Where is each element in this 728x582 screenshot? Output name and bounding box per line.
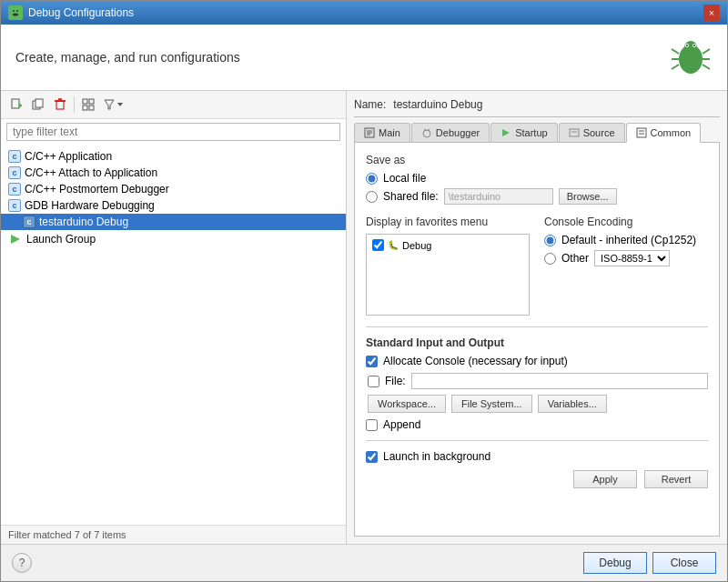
tree-item-testarduino[interactable]: c testarduino Debug (1, 214, 346, 230)
svg-rect-39 (570, 129, 579, 136)
section-divider (366, 326, 708, 327)
tab-common-label: Common (651, 127, 692, 138)
help-button[interactable]: ? (12, 553, 32, 573)
launch-bg-checkbox[interactable] (366, 451, 378, 463)
file-label: File: (385, 375, 406, 387)
favorites-debug-checkbox[interactable] (372, 239, 384, 251)
revert-button[interactable]: Revert (644, 470, 708, 488)
filter-dropdown-button[interactable] (100, 96, 126, 113)
svg-marker-38 (502, 129, 510, 136)
c-icon: c (8, 150, 21, 163)
duplicate-config-button[interactable] (28, 95, 48, 115)
append-row: Append (366, 418, 708, 431)
shared-file-label: Shared file: (383, 190, 439, 203)
favorites-debug-label: Debug (402, 240, 431, 251)
tab-debugger[interactable]: Debugger (411, 123, 490, 142)
collapse-all-button[interactable] (78, 95, 98, 115)
file-input[interactable] (411, 373, 708, 389)
svg-point-36 (424, 129, 426, 131)
tree-item-gdb-hw[interactable]: c GDB Hardware Debugging (1, 197, 346, 214)
filter-input[interactable] (6, 123, 340, 141)
local-file-row: Local file (366, 172, 708, 185)
file-system-button[interactable]: File System... (451, 395, 532, 413)
tree-item-cpp-attach[interactable]: c C/C++ Attach to Application (1, 165, 346, 181)
apply-button[interactable]: Apply (573, 470, 637, 488)
favorites-list: 🐛 Debug (366, 234, 530, 316)
new-config-button[interactable] (6, 95, 26, 115)
svg-rect-21 (56, 101, 64, 109)
tree-item-label: C/C++ Attach to Application (25, 166, 157, 179)
common-tab-icon (636, 127, 647, 138)
svg-marker-30 (11, 235, 20, 244)
tab-source[interactable]: Source (559, 123, 625, 142)
append-checkbox[interactable] (366, 419, 378, 431)
default-encoding-radio[interactable] (544, 235, 556, 246)
toolbar-sep-1 (74, 96, 75, 113)
allocate-console-checkbox[interactable] (366, 356, 378, 367)
c-icon: c (23, 216, 35, 228)
window-close-button[interactable]: × (703, 5, 720, 21)
other-encoding-label: Other (561, 252, 589, 265)
tab-startup[interactable]: Startup (490, 123, 557, 142)
tree-view: c C/C++ Application c C/C++ Attach to Ap… (1, 145, 346, 525)
browse-button[interactable]: Browse... (559, 188, 617, 205)
name-row: Name: testarduino Debug (354, 98, 720, 117)
tab-main[interactable]: Main (354, 123, 410, 142)
workspace-button[interactable]: Workspace... (368, 395, 446, 413)
window-title: Debug Configurations (28, 6, 134, 19)
source-tab-icon (569, 127, 580, 138)
svg-point-2 (16, 10, 18, 12)
local-file-radio[interactable] (366, 173, 378, 185)
tab-common[interactable]: Common (626, 123, 702, 143)
tab-content-common: Save as Local file Shared file: Browse..… (354, 142, 720, 537)
svg-rect-26 (83, 105, 87, 110)
debug-button[interactable]: Debug (583, 552, 647, 574)
tree-item-cpp-app[interactable]: c C/C++ Application (1, 148, 346, 165)
tab-source-label: Source (583, 127, 615, 138)
display-favorites-label: Display in favorites menu (366, 216, 530, 228)
encoding-select[interactable]: ISO-8859-1 (594, 250, 670, 266)
delete-config-button[interactable] (50, 95, 70, 115)
svg-point-37 (428, 129, 430, 131)
page-icon (364, 127, 375, 138)
launch-icon (8, 232, 23, 246)
favorites-col: Display in favorites menu 🐛 Debug (366, 216, 530, 316)
left-panel: c C/C++ Application c C/C++ Attach to Ap… (1, 91, 347, 544)
window-icon (8, 5, 23, 20)
bottom-bar: ? Debug Close (1, 544, 727, 581)
close-button[interactable]: Close (652, 552, 716, 574)
svg-line-12 (672, 65, 679, 69)
save-as-group: Local file Shared file: Browse... (366, 172, 708, 205)
shared-file-radio[interactable] (366, 191, 378, 203)
section-divider-2 (366, 440, 708, 441)
tree-item-label: Launch Group (26, 233, 96, 246)
svg-line-13 (703, 49, 710, 54)
two-col-section: Display in favorites menu 🐛 Debug Consol… (366, 216, 708, 316)
svg-rect-25 (89, 99, 94, 104)
std-io-label: Standard Input and Output (366, 336, 708, 349)
svg-marker-29 (117, 103, 123, 106)
file-checkbox[interactable] (368, 376, 379, 387)
svg-point-3 (13, 14, 18, 16)
name-value: testarduino Debug (393, 98, 482, 111)
variables-button[interactable]: Variables... (538, 395, 607, 413)
launch-bg-label: Launch in background (383, 450, 490, 463)
tab-startup-label: Startup (515, 127, 547, 138)
svg-point-8 (686, 45, 688, 46)
append-label: Append (383, 418, 420, 431)
other-encoding-radio[interactable] (544, 253, 556, 265)
header-bug-icon (669, 35, 713, 79)
tree-item-label: C/C++ Application (25, 150, 112, 163)
other-encoding-row: Other ISO-8859-1 (544, 250, 708, 266)
main-window: Debug Configurations × Create, manage, a… (0, 0, 728, 582)
tree-item-label: testarduino Debug (39, 216, 128, 228)
local-file-label: Local file (383, 172, 426, 185)
shared-file-input[interactable] (444, 188, 553, 205)
tree-item-cpp-postmortem[interactable]: c C/C++ Postmortem Debugger (1, 181, 346, 197)
encoding-group: Default - inherited (Cp1252) Other ISO-8… (544, 234, 708, 266)
debug-fav-icon: 🐛 (388, 240, 399, 250)
svg-line-15 (703, 65, 710, 69)
tab-debugger-label: Debugger (436, 127, 480, 138)
tree-item-launch-group[interactable]: Launch Group (1, 230, 346, 248)
allocate-console-row: Allocate Console (necessary for input) (366, 355, 708, 367)
